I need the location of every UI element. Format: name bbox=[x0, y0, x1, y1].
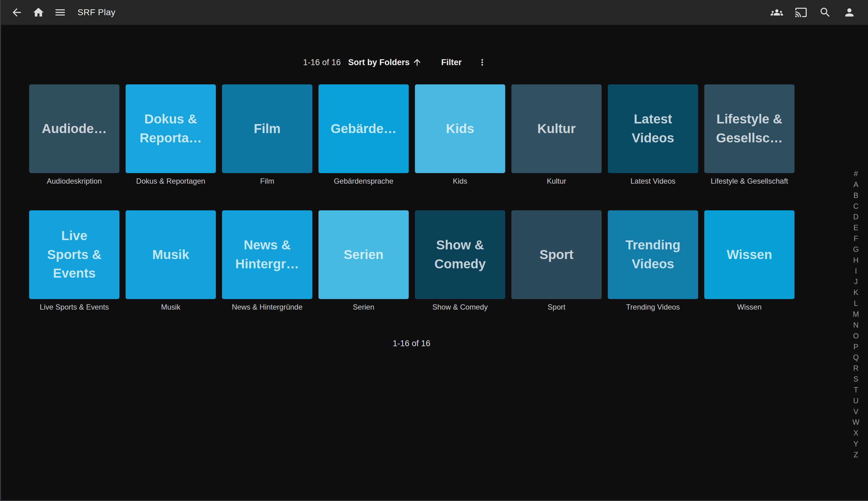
folder-caption: Wissen bbox=[704, 303, 794, 311]
folder-caption: Audiodeskription bbox=[29, 177, 119, 185]
folder-caption: Kids bbox=[415, 177, 505, 185]
alpha-letter[interactable]: K bbox=[854, 289, 858, 296]
alpha-letter[interactable]: Y bbox=[854, 440, 858, 448]
folder-card[interactable]: News &Hintergr… bbox=[222, 210, 312, 299]
alpha-letter[interactable]: P bbox=[854, 343, 858, 351]
search-icon bbox=[819, 6, 832, 19]
grid-cell: SerienSerien bbox=[318, 210, 409, 311]
folder-caption: Latest Videos bbox=[608, 177, 698, 185]
app-toolbar: SRF Play bbox=[0, 0, 868, 25]
grid-cell: News &Hintergr…News & Hintergründe bbox=[222, 210, 312, 311]
alpha-letter[interactable]: U bbox=[853, 397, 858, 405]
alpha-letter[interactable]: N bbox=[853, 321, 858, 329]
alphabet-picker: #ABCDEFGHIJKLMNOPQRSTUVWXYZ bbox=[850, 170, 862, 458]
grid-cell: Lifestyle &Gesellsc…Lifestyle & Gesellsc… bbox=[704, 84, 794, 185]
folder-card-text: LiveSports &Events bbox=[47, 226, 101, 283]
folder-card[interactable]: Show &Comedy bbox=[415, 210, 505, 299]
alpha-letter[interactable]: Q bbox=[853, 354, 859, 361]
folder-card[interactable]: Lifestyle &Gesellsc… bbox=[704, 84, 794, 173]
folder-card[interactable]: LatestVideos bbox=[608, 84, 698, 173]
alpha-letter[interactable]: Z bbox=[854, 451, 858, 458]
grid-cell: Dokus &Reporta…Dokus & Reportagen bbox=[126, 84, 216, 185]
hamburger-menu-icon bbox=[54, 6, 66, 19]
alpha-letter[interactable]: T bbox=[854, 386, 858, 394]
alpha-letter[interactable]: H bbox=[853, 257, 858, 264]
alpha-letter[interactable]: C bbox=[853, 203, 858, 210]
folder-card[interactable]: Kids bbox=[415, 84, 505, 173]
kebab-menu-icon bbox=[477, 57, 487, 67]
folder-card-text: News &Hintergr… bbox=[235, 236, 299, 274]
alpha-letter[interactable]: I bbox=[855, 267, 857, 275]
folder-card[interactable]: Serien bbox=[318, 210, 409, 299]
alpha-letter[interactable]: S bbox=[854, 375, 858, 383]
alpha-letter[interactable]: R bbox=[853, 364, 858, 372]
menu-button[interactable] bbox=[53, 5, 68, 20]
alpha-letter[interactable]: E bbox=[854, 224, 858, 232]
folder-card[interactable]: Sport bbox=[511, 210, 601, 299]
folder-card[interactable]: Kultur bbox=[511, 84, 601, 173]
user-button[interactable] bbox=[842, 5, 857, 20]
filter-button[interactable]: Filter bbox=[438, 56, 465, 69]
cast-button[interactable] bbox=[794, 5, 809, 20]
alpha-letter[interactable]: A bbox=[854, 181, 858, 188]
grid-cell: LatestVideosLatest Videos bbox=[608, 84, 698, 185]
folder-card-text: Lifestyle &Gesellsc… bbox=[716, 110, 783, 148]
folder-grid: Audiode…AudiodeskriptionDokus &Reporta…D… bbox=[29, 84, 794, 311]
arrow-up-icon bbox=[412, 57, 422, 67]
home-button[interactable] bbox=[31, 5, 46, 20]
folder-caption: Dokus & Reportagen bbox=[126, 177, 216, 185]
grid-cell: SportSport bbox=[511, 210, 601, 311]
alpha-letter[interactable]: # bbox=[854, 170, 858, 178]
folder-caption: Live Sports & Events bbox=[29, 303, 119, 311]
grid-cell: FilmFilm bbox=[222, 84, 312, 185]
alpha-letter[interactable]: J bbox=[854, 278, 858, 285]
back-button[interactable] bbox=[9, 5, 24, 20]
alpha-letter[interactable]: W bbox=[853, 418, 860, 426]
grid-cell: Audiode…Audiodeskription bbox=[29, 84, 119, 185]
alpha-letter[interactable]: F bbox=[854, 235, 858, 242]
alpha-letter[interactable]: D bbox=[853, 213, 858, 221]
folder-caption: Sport bbox=[511, 303, 601, 311]
folder-card[interactable]: Gebärde… bbox=[318, 84, 409, 173]
alpha-letter[interactable]: V bbox=[854, 408, 858, 415]
sort-button[interactable]: Sort by Folders bbox=[345, 55, 425, 69]
home-icon bbox=[32, 6, 45, 19]
folder-caption: Serien bbox=[318, 303, 409, 311]
folder-card[interactable]: Dokus &Reporta… bbox=[126, 84, 216, 173]
folder-card[interactable]: Musik bbox=[126, 210, 216, 299]
folder-card[interactable]: LiveSports &Events bbox=[29, 210, 119, 299]
folder-card-text: Kultur bbox=[538, 119, 576, 138]
more-menu-button[interactable] bbox=[475, 55, 489, 69]
folder-card[interactable]: Audiode… bbox=[29, 84, 119, 173]
folder-card-text: TrendingVideos bbox=[626, 236, 680, 274]
cast-icon bbox=[795, 6, 807, 19]
folder-card-text: LatestVideos bbox=[632, 110, 674, 148]
folder-card-text: Gebärde… bbox=[330, 119, 396, 138]
alpha-letter[interactable]: L bbox=[854, 300, 858, 307]
controls-row: 1-16 of 16 Sort by Folders Filter bbox=[14, 56, 778, 69]
alpha-letter[interactable]: B bbox=[854, 192, 858, 199]
folder-card-text: Audiode… bbox=[42, 119, 107, 138]
alpha-letter[interactable]: G bbox=[853, 246, 859, 253]
items-count: 1-16 of 16 bbox=[303, 58, 341, 67]
folder-caption: Kultur bbox=[511, 177, 601, 185]
folder-card[interactable]: Film bbox=[222, 84, 312, 173]
alpha-letter[interactable]: X bbox=[854, 429, 858, 437]
grid-cell: TrendingVideosTrending Videos bbox=[608, 210, 698, 311]
grid-cell: KidsKids bbox=[415, 84, 505, 185]
folder-card[interactable]: TrendingVideos bbox=[608, 210, 698, 299]
alpha-letter[interactable]: O bbox=[853, 332, 859, 340]
folder-card-text: Wissen bbox=[727, 245, 772, 264]
search-button[interactable] bbox=[818, 5, 833, 20]
left-edge-line bbox=[0, 0, 1, 501]
toolbar-right-group bbox=[760, 5, 857, 20]
alpha-letter[interactable]: M bbox=[853, 310, 859, 318]
grid-cell: Gebärde…Gebärdensprache bbox=[318, 84, 409, 185]
library-page: 1-16 of 16 Sort by Folders Filter Audiod… bbox=[29, 56, 794, 348]
grid-cell: LiveSports &EventsLive Sports & Events bbox=[29, 210, 119, 311]
folder-card-text: Sport bbox=[540, 245, 574, 264]
syncplay-button[interactable] bbox=[769, 5, 784, 20]
person-icon bbox=[843, 6, 856, 19]
folder-caption: Film bbox=[222, 177, 312, 185]
folder-card[interactable]: Wissen bbox=[704, 210, 794, 299]
